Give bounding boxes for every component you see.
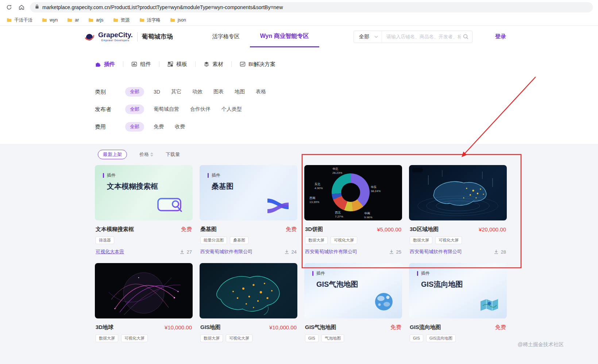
product-cover-3d-globe[interactable] — [95, 263, 193, 318]
folder-icon — [42, 18, 47, 22]
product-title[interactable]: 文本模糊搜索框 — [96, 226, 134, 233]
publisher-link[interactable]: 西安葡萄城软件有限公司 — [200, 248, 252, 255]
refresh-icon[interactable] — [5, 3, 13, 11]
bookmark-item[interactable]: arjs — [88, 17, 103, 23]
product-tag[interactable]: 可视化大屏 — [331, 236, 357, 244]
filter-row-category: 类别 全部 3D 其它 动效 图表 地图 表格 — [95, 83, 598, 101]
accent-bar — [312, 271, 313, 276]
nav-item-materials[interactable]: 素材 — [204, 61, 223, 68]
nav-item-templates[interactable]: 模板 — [167, 61, 187, 68]
product-price: ¥10,000.00 — [269, 324, 297, 330]
publisher-link[interactable]: 西安葡萄城软件有限公司 — [305, 248, 357, 255]
bookmark-item[interactable]: 干活干活 — [7, 17, 32, 23]
product-tag[interactable]: 可视化大屏 — [435, 236, 462, 244]
tab-wyn-zone[interactable]: Wyn 商业智能专区 — [250, 26, 319, 47]
bookmark-item[interactable]: 资源 — [113, 17, 130, 23]
filter-option[interactable]: 葡萄城自营 — [154, 106, 179, 113]
header-search: 全部 — [354, 26, 472, 47]
sort-price[interactable]: 价格 — [139, 151, 153, 158]
download-count: 28 — [501, 249, 506, 255]
filter-option[interactable]: 地图 — [235, 89, 245, 95]
tab-forguncy-zone[interactable]: 活字格专区 — [202, 26, 250, 47]
filter-option-selected[interactable]: 全部 — [125, 105, 144, 114]
sort-downloads[interactable]: 下载量 — [166, 151, 180, 158]
logo[interactable]: GrapeCity. Empower Developers — [84, 26, 133, 47]
bookmark-item[interactable]: 活字格 — [139, 17, 161, 23]
bookmark-item[interactable]: ar — [67, 17, 79, 23]
divider — [159, 61, 159, 67]
download-count: 25 — [396, 249, 401, 255]
product-title[interactable]: 3D饼图 — [305, 226, 323, 233]
filter-option[interactable]: 其它 — [171, 89, 181, 95]
product-tag[interactable]: 能量分流图 — [200, 236, 227, 244]
product-title[interactable]: 3D区域地图 — [410, 226, 439, 233]
pie-label: 西南13.39% — [309, 196, 319, 204]
bookmark-item[interactable]: wyn — [42, 17, 58, 23]
search-input[interactable] — [382, 34, 463, 39]
filter-option[interactable]: 动效 — [192, 89, 202, 95]
home-icon[interactable] — [18, 3, 26, 11]
filter-option[interactable]: 收费 — [175, 124, 185, 130]
product-card: 插件 桑基图 桑基图 免费 能量分流图 桑基图 西安葡萄城软件有 — [200, 165, 297, 255]
product-title[interactable]: 桑基图 — [200, 226, 217, 233]
product-title[interactable]: GIS气泡地图 — [305, 324, 336, 331]
product-tag[interactable]: 数据大屏 — [305, 236, 328, 244]
product-tag[interactable]: 数据大屏 — [96, 334, 118, 342]
filter-option[interactable]: 图表 — [213, 89, 224, 95]
filter-option[interactable]: 个人类型 — [221, 106, 242, 113]
bookmark-item[interactable]: json — [170, 17, 186, 23]
nav-item-plugins[interactable]: 插件 — [95, 61, 115, 68]
nav-item-components[interactable]: 组件 — [131, 61, 151, 68]
url-text: marketplace.grapecity.com.cn/ProductList… — [42, 4, 283, 10]
filter-option-selected[interactable]: 全部 — [125, 122, 144, 132]
product-tag[interactable]: 可视化大屏 — [121, 334, 148, 342]
brand-name: GrapeCity. — [98, 31, 133, 38]
pie-label: 东北4.90% — [315, 183, 323, 191]
search-icon[interactable] — [463, 34, 468, 39]
product-cover[interactable]: 插件 文本模糊搜索框 — [95, 165, 193, 220]
product-tag[interactable]: 气泡地图 — [321, 334, 344, 342]
plugin-badge: 插件 — [312, 270, 358, 277]
filter-option[interactable]: 表格 — [256, 89, 266, 95]
publisher-link[interactable]: 西安葡萄城软件有限公司 — [410, 248, 462, 255]
product-tag[interactable]: GIS — [410, 334, 423, 342]
grapecity-logo-icon — [84, 31, 95, 42]
search-category-select[interactable]: 全部 — [354, 31, 382, 43]
sort-newest[interactable]: 最新上架 — [98, 150, 127, 159]
filter-option[interactable]: 3D — [154, 89, 160, 95]
filter-option-selected[interactable]: 全部 — [125, 87, 144, 97]
product-title[interactable]: 3D地球 — [96, 324, 113, 331]
product-tag[interactable]: 数据大屏 — [410, 236, 432, 244]
site-header: GrapeCity. Empower Developers 葡萄城市场 活字格专… — [0, 26, 598, 47]
product-tag[interactable]: GIS — [305, 334, 319, 342]
product-title[interactable]: GIS地图 — [200, 324, 221, 331]
product-cover-3d-region-map[interactable] — [409, 165, 507, 220]
product-cover-gis-map[interactable] — [200, 263, 297, 318]
product-tag[interactable]: GIS流向地图 — [426, 334, 456, 342]
product-title[interactable]: GIS流向地图 — [410, 324, 441, 331]
accent-bar — [103, 173, 104, 178]
filter-row-publisher: 发布者 全部 葡萄城自营 合作伙伴 个人类型 — [95, 101, 598, 118]
filter-option[interactable]: 免费 — [154, 124, 164, 130]
market-name: 葡萄城市场 — [142, 32, 173, 41]
login-link[interactable]: 登录 — [495, 33, 506, 40]
product-tag[interactable]: 桑基图 — [230, 236, 248, 244]
filter-row-cost: 费用 全部 免费 收费 — [95, 118, 598, 136]
product-tag[interactable]: 筛选器 — [96, 236, 114, 244]
pie-label: 华东38.24% — [371, 185, 381, 193]
product-tag[interactable]: 数据大屏 — [200, 334, 223, 342]
url-bar[interactable]: marketplace.grapecity.com.cn/ProductList… — [30, 2, 593, 12]
plugin-badge: 插件 — [208, 172, 234, 179]
cover-title: 文本模糊搜索框 — [107, 181, 158, 191]
product-card: GIS地图 ¥10,000.00 数据大屏 可视化大屏 — [200, 263, 297, 342]
product-cover[interactable]: 插件 GIS气泡地图 — [304, 263, 402, 318]
nav-item-bi-solutions[interactable]: BI解决方案 — [240, 61, 275, 68]
product-cover-3d-pie[interactable]: 华北26.23% 东北4.90% 西南13.39% 西北7.27% 华东38.2… — [304, 165, 402, 220]
product-cover[interactable]: 插件 GIS流向地图 — [409, 263, 507, 318]
product-tag[interactable]: 可视化大屏 — [226, 334, 252, 342]
filter-label: 发布者 — [95, 106, 117, 113]
filter-option[interactable]: 合作伙伴 — [190, 106, 211, 113]
publisher-link[interactable]: 可视化大本营 — [96, 248, 124, 255]
product-cover[interactable]: 插件 桑基图 — [200, 165, 297, 220]
product-card: 3D区域地图 ¥20,000.00 数据大屏 可视化大屏 西安葡萄城软件有限公司… — [409, 165, 507, 255]
